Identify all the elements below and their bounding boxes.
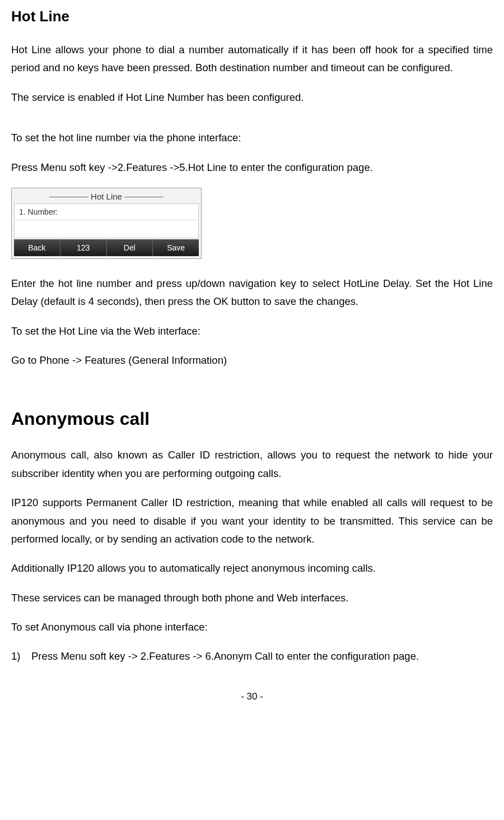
anonymous-para-1: Anonymous call, also known as Caller ID … bbox=[11, 446, 493, 483]
hotline-para-1: Hot Line allows your phone to dial a num… bbox=[11, 41, 493, 77]
hotline-para-4: Press Menu soft key ->2.Features ->5.Hot… bbox=[11, 159, 493, 177]
anonymous-para-5: To set Anonymous call via phone interfac… bbox=[11, 618, 493, 636]
hotline-para-6: To set the Hot Line via the Web interfac… bbox=[11, 322, 493, 340]
title-line-right bbox=[124, 197, 164, 197]
anonymous-heading: Anonymous call bbox=[11, 409, 493, 429]
softkey-123: 123 bbox=[60, 239, 107, 256]
hotline-para-3: To set the hot line number via the phone… bbox=[11, 129, 493, 147]
hotline-para-2: The service is enabled if Hot Line Numbe… bbox=[11, 89, 493, 106]
list-item: Press Menu soft key -> 2.Features -> 6.A… bbox=[11, 647, 493, 665]
anonymous-para-3: Additionally IP120 allows you to automat… bbox=[11, 559, 493, 577]
hotline-para-5: Enter the hot line number and press up/d… bbox=[11, 275, 493, 311]
phone-softkey-bar: Back 123 Del Save bbox=[14, 239, 199, 256]
phone-input-area: 1. Number: bbox=[14, 203, 199, 238]
list-item-text: Press Menu soft key -> 2.Features -> 6.A… bbox=[31, 647, 419, 665]
softkey-back: Back bbox=[14, 239, 60, 256]
page-number: - 30 - bbox=[11, 691, 493, 702]
phone-title-bar: Hot Line bbox=[13, 189, 200, 202]
anonymous-para-2: IP120 supports Permanent Caller ID restr… bbox=[11, 494, 493, 548]
title-line-left bbox=[49, 197, 88, 197]
hotline-para-7: Go to Phone -> Features (General Informa… bbox=[11, 351, 493, 369]
softkey-del: Del bbox=[107, 239, 153, 256]
phone-screenshot: Hot Line 1. Number: Back 123 Del Save bbox=[11, 188, 202, 259]
softkey-save: Save bbox=[153, 239, 199, 256]
phone-input-row: 1. Number: bbox=[15, 204, 198, 220]
anonymous-steps-list: Press Menu soft key -> 2.Features -> 6.A… bbox=[11, 647, 493, 665]
anonymous-para-4: These services can be managed through bo… bbox=[11, 589, 493, 607]
hotline-heading: Hot Line bbox=[11, 8, 493, 25]
phone-title: Hot Line bbox=[91, 192, 122, 201]
